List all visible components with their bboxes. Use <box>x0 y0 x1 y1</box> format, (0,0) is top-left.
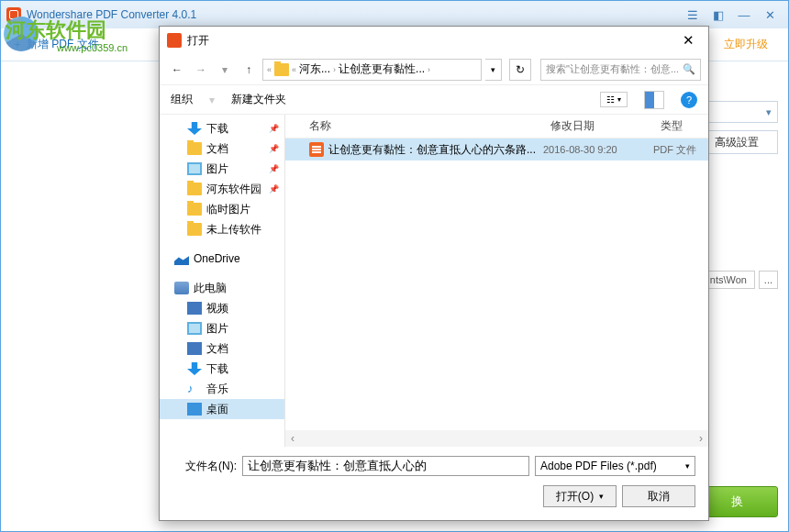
chevron-icon: « <box>292 65 296 74</box>
tree-item-label: 桌面 <box>206 402 228 417</box>
tree-item[interactable]: 河东软件园📌 <box>160 179 284 199</box>
horizontal-scrollbar[interactable]: ‹ › <box>285 430 708 447</box>
chevron-right-icon: › <box>333 65 336 74</box>
feedback-button[interactable]: ◧ <box>706 5 731 25</box>
file-name: 让创意更有黏性：创意直抵人心的六条路... <box>328 142 536 158</box>
folder-icon <box>187 183 202 195</box>
list-icon: ☷ <box>606 94 615 105</box>
organize-menu[interactable]: 组织 <box>171 92 193 107</box>
breadcrumb[interactable]: « « 河东... › 让创意更有黏性... › <box>262 59 482 81</box>
dialog-title: 打开 <box>187 33 209 49</box>
dl-icon <box>187 122 202 135</box>
tree-item[interactable]: ♪音乐 <box>160 379 284 399</box>
filename-input[interactable] <box>242 456 529 476</box>
dialog-bottom: 文件名(N): Adobe PDF Files (*.pdf) ▾ 打开(O) … <box>160 447 708 520</box>
preview-toggle[interactable] <box>644 91 664 109</box>
tree-item-label: 音乐 <box>206 382 228 397</box>
filetype-select[interactable]: Adobe PDF Files (*.pdf) ▾ <box>535 456 695 476</box>
folder-icon <box>187 142 202 155</box>
column-name[interactable]: 名称 <box>302 118 543 134</box>
scroll-left-icon: ‹ <box>285 432 300 445</box>
tree-item-label: OneDrive <box>194 252 240 265</box>
tree-item-label: 河东软件园 <box>206 182 261 197</box>
dialog-nav: ← → ▾ ↑ « « 河东... › 让创意更有黏性... › ▾ ↻ 搜索"… <box>160 54 708 85</box>
view-mode-button[interactable]: ☷▾ <box>600 92 628 107</box>
od-icon <box>174 252 189 265</box>
nav-history-button[interactable]: ▾ <box>215 60 235 80</box>
minimize-button[interactable]: — <box>731 5 757 25</box>
nav-forward-button[interactable]: → <box>191 60 211 80</box>
tree-item-label: 临时图片 <box>206 202 250 217</box>
tree-item[interactable]: 下载📌 <box>160 118 284 139</box>
tree-item[interactable]: 未上传软件 <box>160 219 284 239</box>
folder-tree: 下载📌文档📌图片📌河东软件园📌临时图片未上传软件OneDrive此电脑视频图片文… <box>160 115 285 447</box>
search-placeholder: 搜索"让创意更有黏性：创意... <box>546 62 679 76</box>
file-list-header: 名称 修改日期 类型 <box>285 115 708 139</box>
music-icon: ♪ <box>187 382 202 395</box>
scroll-right-icon: › <box>694 432 708 445</box>
open-dialog: 打开 ✕ ← → ▾ ↑ « « 河东... › 让创意更有黏性... › ▾ … <box>159 26 709 521</box>
tree-item[interactable]: 下载 <box>160 359 284 379</box>
tree-item-label: 下载 <box>206 121 228 137</box>
folder-icon <box>274 63 289 76</box>
file-row[interactable]: 让创意更有黏性：创意直抵人心的六条路...2016-08-30 9:20PDF … <box>285 139 708 161</box>
tree-item-label: 图片 <box>206 161 228 177</box>
pin-icon: 📌 <box>269 164 279 173</box>
file-date: 2016-08-30 9:20 <box>543 144 653 155</box>
desk-icon <box>187 403 202 416</box>
drive-icon <box>174 282 189 294</box>
watermark-text: 河东软件园 <box>6 17 106 44</box>
tree-item[interactable]: 桌面 <box>160 399 284 419</box>
dialog-titlebar: 打开 ✕ <box>160 27 708 54</box>
dialog-close-button[interactable]: ✕ <box>675 32 701 49</box>
dl-icon <box>187 362 202 375</box>
tree-item[interactable]: 视频 <box>160 298 284 318</box>
breadcrumb-dropdown[interactable]: ▾ <box>485 59 502 81</box>
output-path: nts\Won ... <box>704 271 778 289</box>
breadcrumb-part[interactable]: 河东... <box>299 61 330 77</box>
refresh-button[interactable]: ↻ <box>509 59 531 81</box>
search-input[interactable]: 搜索"让创意更有黏性：创意... 🔍 <box>540 59 701 81</box>
nav-back-button[interactable]: ← <box>167 60 187 80</box>
cancel-button[interactable]: 取消 <box>622 485 695 507</box>
tree-item[interactable]: 文档📌 <box>160 139 284 159</box>
column-type[interactable]: 类型 <box>653 118 708 134</box>
tree-item[interactable]: OneDrive <box>160 249 284 269</box>
tree-item[interactable]: 此电脑 <box>160 278 284 298</box>
chevron-down-icon: ▾ <box>599 492 604 501</box>
titlebar: Wondershare PDF Converter 4.0.1 ☰ ◧ — ✕ <box>1 1 788 28</box>
close-button[interactable]: ✕ <box>757 5 783 25</box>
settings-button[interactable]: ☰ <box>680 5 706 25</box>
open-button-label: 打开(O) <box>556 489 594 504</box>
upgrade-button[interactable]: 立即升级 <box>715 33 777 56</box>
tree-item[interactable]: 图片 <box>160 318 284 338</box>
dialog-body: 下载📌文档📌图片📌河东软件园📌临时图片未上传软件OneDrive此电脑视频图片文… <box>160 115 708 447</box>
open-button[interactable]: 打开(O) ▾ <box>543 485 617 507</box>
tree-item-label: 此电脑 <box>194 281 227 296</box>
tree-item-label: 下载 <box>206 361 228 377</box>
file-type: PDF 文件 <box>653 143 708 157</box>
breadcrumb-part[interactable]: 让创意更有黏性... <box>339 61 425 77</box>
dialog-toolbar: 组织 ▾ 新建文件夹 ☷▾ ? <box>160 85 708 115</box>
folder-icon <box>187 203 202 216</box>
tree-item-label: 未上传软件 <box>206 222 261 238</box>
tree-item[interactable]: 临时图片 <box>160 199 284 219</box>
tree-item[interactable]: 图片📌 <box>160 159 284 179</box>
folder-icon <box>187 223 202 236</box>
chevron-icon: « <box>267 65 272 74</box>
filename-label: 文件名(N): <box>172 459 237 474</box>
new-folder-button[interactable]: 新建文件夹 <box>231 92 286 107</box>
chevron-right-icon: › <box>428 65 430 74</box>
tree-item[interactable]: 文档 <box>160 338 284 359</box>
pin-icon: 📌 <box>269 144 279 153</box>
tree-item-label: 图片 <box>206 321 228 337</box>
nav-up-button[interactable]: ↑ <box>239 60 259 80</box>
column-date[interactable]: 修改日期 <box>543 118 653 134</box>
pic-icon <box>187 322 202 335</box>
output-path-text: nts\Won <box>704 271 755 289</box>
pic-icon <box>187 162 202 175</box>
doc-icon <box>187 342 202 355</box>
help-button[interactable]: ? <box>681 92 697 108</box>
pdf-icon <box>309 142 324 157</box>
browse-output-button[interactable]: ... <box>759 271 778 289</box>
